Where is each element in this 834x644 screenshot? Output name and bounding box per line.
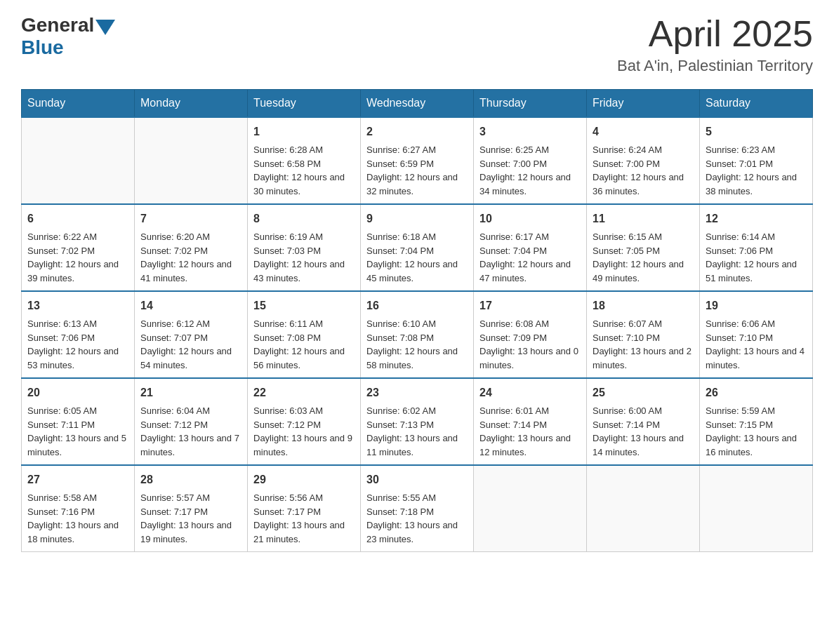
day-number: 29 <box>253 471 355 488</box>
calendar-cell: 6Sunrise: 6:22 AMSunset: 7:02 PMDaylight… <box>22 204 135 291</box>
day-info: Sunrise: 6:06 AMSunset: 7:10 PMDaylight:… <box>706 317 807 372</box>
day-number: 2 <box>366 123 468 140</box>
calendar-cell: 8Sunrise: 6:19 AMSunset: 7:03 PMDaylight… <box>248 204 361 291</box>
calendar-week-row: 27Sunrise: 5:58 AMSunset: 7:16 PMDayligh… <box>22 465 813 552</box>
weekday-header-monday: Monday <box>135 90 248 118</box>
day-number: 11 <box>593 210 694 227</box>
day-info: Sunrise: 6:28 AMSunset: 6:58 PMDaylight:… <box>253 143 355 198</box>
page-header: General Blue April 2025 Bat A'in, Palest… <box>21 14 813 75</box>
day-info: Sunrise: 6:00 AMSunset: 7:14 PMDaylight:… <box>593 404 694 459</box>
logo-general-text: General <box>21 14 94 36</box>
day-number: 20 <box>27 384 128 401</box>
calendar-cell: 28Sunrise: 5:57 AMSunset: 7:17 PMDayligh… <box>135 465 248 552</box>
day-info: Sunrise: 6:07 AMSunset: 7:10 PMDaylight:… <box>593 317 694 372</box>
header-right: April 2025 Bat A'in, Palestinian Territo… <box>617 14 813 75</box>
calendar-cell: 16Sunrise: 6:10 AMSunset: 7:08 PMDayligh… <box>361 291 474 378</box>
day-number: 13 <box>27 297 128 314</box>
logo-blue-text: Blue <box>21 36 64 58</box>
calendar-cell: 23Sunrise: 6:02 AMSunset: 7:13 PMDayligh… <box>361 378 474 465</box>
day-number: 8 <box>253 210 355 227</box>
weekday-header-thursday: Thursday <box>474 90 587 118</box>
day-number: 22 <box>253 384 355 401</box>
day-info: Sunrise: 6:02 AMSunset: 7:13 PMDaylight:… <box>366 404 468 459</box>
day-number: 9 <box>366 210 468 227</box>
calendar-week-row: 20Sunrise: 6:05 AMSunset: 7:11 PMDayligh… <box>22 378 813 465</box>
day-info: Sunrise: 5:55 AMSunset: 7:18 PMDaylight:… <box>366 491 468 546</box>
day-info: Sunrise: 5:57 AMSunset: 7:17 PMDaylight:… <box>140 491 241 546</box>
calendar-cell: 20Sunrise: 6:05 AMSunset: 7:11 PMDayligh… <box>22 378 135 465</box>
day-number: 14 <box>140 297 241 314</box>
calendar-cell: 17Sunrise: 6:08 AMSunset: 7:09 PMDayligh… <box>474 291 587 378</box>
day-number: 23 <box>366 384 468 401</box>
calendar-week-row: 13Sunrise: 6:13 AMSunset: 7:06 PMDayligh… <box>22 291 813 378</box>
calendar-cell <box>587 465 700 552</box>
calendar-cell: 26Sunrise: 5:59 AMSunset: 7:15 PMDayligh… <box>700 378 813 465</box>
calendar-cell: 14Sunrise: 6:12 AMSunset: 7:07 PMDayligh… <box>135 291 248 378</box>
day-number: 7 <box>140 210 241 227</box>
day-info: Sunrise: 6:17 AMSunset: 7:04 PMDaylight:… <box>479 230 581 285</box>
day-info: Sunrise: 6:01 AMSunset: 7:14 PMDaylight:… <box>479 404 581 459</box>
day-number: 3 <box>479 123 581 140</box>
day-number: 19 <box>706 297 807 314</box>
calendar-cell <box>135 117 248 204</box>
day-info: Sunrise: 6:20 AMSunset: 7:02 PMDaylight:… <box>140 230 241 285</box>
day-number: 12 <box>706 210 807 227</box>
calendar-cell: 13Sunrise: 6:13 AMSunset: 7:06 PMDayligh… <box>22 291 135 378</box>
calendar-cell: 15Sunrise: 6:11 AMSunset: 7:08 PMDayligh… <box>248 291 361 378</box>
day-number: 26 <box>706 384 807 401</box>
weekday-header-wednesday: Wednesday <box>361 90 474 118</box>
calendar-cell: 3Sunrise: 6:25 AMSunset: 7:00 PMDaylight… <box>474 117 587 204</box>
calendar-cell: 24Sunrise: 6:01 AMSunset: 7:14 PMDayligh… <box>474 378 587 465</box>
calendar-cell: 30Sunrise: 5:55 AMSunset: 7:18 PMDayligh… <box>361 465 474 552</box>
day-number: 21 <box>140 384 241 401</box>
calendar-week-row: 6Sunrise: 6:22 AMSunset: 7:02 PMDaylight… <box>22 204 813 291</box>
weekday-header-sunday: Sunday <box>22 90 135 118</box>
day-info: Sunrise: 6:24 AMSunset: 7:00 PMDaylight:… <box>593 143 694 198</box>
logo: General Blue <box>21 14 115 59</box>
calendar-cell: 7Sunrise: 6:20 AMSunset: 7:02 PMDaylight… <box>135 204 248 291</box>
day-info: Sunrise: 6:15 AMSunset: 7:05 PMDaylight:… <box>593 230 694 285</box>
day-number: 15 <box>253 297 355 314</box>
weekday-header-row: SundayMondayTuesdayWednesdayThursdayFrid… <box>22 90 813 118</box>
calendar-title: April 2025 <box>617 14 813 54</box>
day-number: 5 <box>706 123 807 140</box>
calendar-cell <box>22 117 135 204</box>
day-number: 25 <box>593 384 694 401</box>
calendar-cell: 21Sunrise: 6:04 AMSunset: 7:12 PMDayligh… <box>135 378 248 465</box>
calendar-cell: 4Sunrise: 6:24 AMSunset: 7:00 PMDaylight… <box>587 117 700 204</box>
day-number: 4 <box>593 123 694 140</box>
calendar-cell: 29Sunrise: 5:56 AMSunset: 7:17 PMDayligh… <box>248 465 361 552</box>
calendar-cell: 2Sunrise: 6:27 AMSunset: 6:59 PMDaylight… <box>361 117 474 204</box>
day-info: Sunrise: 5:59 AMSunset: 7:15 PMDaylight:… <box>706 404 807 459</box>
day-number: 30 <box>366 471 468 488</box>
weekday-header-friday: Friday <box>587 90 700 118</box>
day-info: Sunrise: 6:10 AMSunset: 7:08 PMDaylight:… <box>366 317 468 372</box>
day-info: Sunrise: 6:08 AMSunset: 7:09 PMDaylight:… <box>479 317 581 372</box>
calendar-cell <box>474 465 587 552</box>
calendar-cell: 27Sunrise: 5:58 AMSunset: 7:16 PMDayligh… <box>22 465 135 552</box>
weekday-header-tuesday: Tuesday <box>248 90 361 118</box>
calendar-subtitle: Bat A'in, Palestinian Territory <box>617 57 813 75</box>
day-info: Sunrise: 5:58 AMSunset: 7:16 PMDaylight:… <box>27 491 128 546</box>
day-number: 17 <box>479 297 581 314</box>
calendar-cell: 10Sunrise: 6:17 AMSunset: 7:04 PMDayligh… <box>474 204 587 291</box>
calendar-cell: 5Sunrise: 6:23 AMSunset: 7:01 PMDaylight… <box>700 117 813 204</box>
day-info: Sunrise: 6:19 AMSunset: 7:03 PMDaylight:… <box>253 230 355 285</box>
day-info: Sunrise: 5:56 AMSunset: 7:17 PMDaylight:… <box>253 491 355 546</box>
calendar-cell: 12Sunrise: 6:14 AMSunset: 7:06 PMDayligh… <box>700 204 813 291</box>
day-info: Sunrise: 6:05 AMSunset: 7:11 PMDaylight:… <box>27 404 128 459</box>
day-info: Sunrise: 6:18 AMSunset: 7:04 PMDaylight:… <box>366 230 468 285</box>
calendar-cell: 18Sunrise: 6:07 AMSunset: 7:10 PMDayligh… <box>587 291 700 378</box>
day-number: 18 <box>593 297 694 314</box>
calendar-cell: 25Sunrise: 6:00 AMSunset: 7:14 PMDayligh… <box>587 378 700 465</box>
day-info: Sunrise: 6:27 AMSunset: 6:59 PMDaylight:… <box>366 143 468 198</box>
day-info: Sunrise: 6:04 AMSunset: 7:12 PMDaylight:… <box>140 404 241 459</box>
day-info: Sunrise: 6:13 AMSunset: 7:06 PMDaylight:… <box>27 317 128 372</box>
day-info: Sunrise: 6:11 AMSunset: 7:08 PMDaylight:… <box>253 317 355 372</box>
day-number: 10 <box>479 210 581 227</box>
day-info: Sunrise: 6:14 AMSunset: 7:06 PMDaylight:… <box>706 230 807 285</box>
calendar-week-row: 1Sunrise: 6:28 AMSunset: 6:58 PMDaylight… <box>22 117 813 204</box>
day-info: Sunrise: 6:12 AMSunset: 7:07 PMDaylight:… <box>140 317 241 372</box>
day-info: Sunrise: 6:23 AMSunset: 7:01 PMDaylight:… <box>706 143 807 198</box>
day-info: Sunrise: 6:03 AMSunset: 7:12 PMDaylight:… <box>253 404 355 459</box>
